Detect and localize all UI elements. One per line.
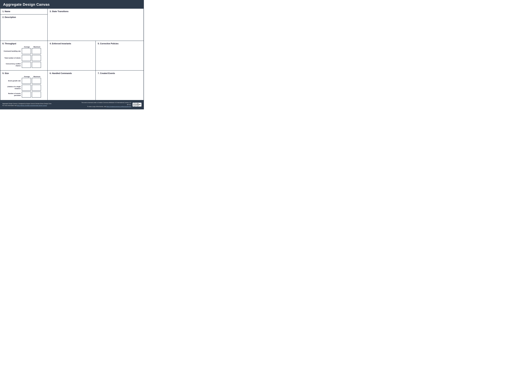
name-label: 1. Name [2,10,10,13]
size-avg-header: Average [22,76,32,77]
description-label: 2. Description [2,16,16,18]
canvas-wrapper: Aggregate Design Canvas 1. Name 2. Descr… [0,0,144,109]
size-table-header: Average Maximum [22,76,45,77]
handled-commands-cell: 6. Handled Commands [48,70,96,100]
by-label: BY [139,104,141,106]
size-row-1-avg-input[interactable] [22,78,31,84]
size-row-2-max-input[interactable] [32,85,41,91]
top-section: 1. Name 2. Description 3. State Transiti… [0,9,144,41]
middle-section: 8. Throughput Average Maximum Command ha… [0,41,144,70]
enforced-invariants-cell: 4. Enforced Invariants [48,41,96,70]
canvas-header: Aggregate Design Canvas [0,0,144,9]
footer-right-line2: To view a copy of the license, visit [87,106,106,107]
size-row-1-label: Event growth rate [2,80,22,82]
size-row-3: Number of events persisted [2,92,45,98]
footer-right-text: This work is licensed under a Creative C… [80,102,131,108]
throughput-row-1-label: Command handling rate [2,50,22,52]
description-cell: 2. Description [0,14,47,41]
size-row-1-max-input[interactable] [32,78,41,84]
size-row-2-avg-input[interactable] [22,85,31,91]
throughput-row-3: Concurrency conflict chance [2,62,45,68]
state-transitions-cell: 3. State Transitions [48,9,144,41]
size-row-2-label: Lifetime of a single instance [2,86,22,90]
size-row-3-max-input[interactable] [32,92,41,98]
corrective-policies-label: 5. Corrective Policies [98,42,119,45]
size-row-3-label: Number of events persisted [2,93,22,97]
footer-left-line1: Aggregate Design Canvas v1 designed by K… [2,103,52,104]
bottom-section: 9. Size Average Maximum Event growth rat… [0,70,144,100]
throughput-row-2-avg-input[interactable] [22,55,31,61]
footer-left: Aggregate Design Canvas v1 designed by K… [2,103,52,107]
enforced-invariants-label: 4. Enforced Invariants [50,42,71,45]
canvas-title: Aggregate Design Canvas [3,2,141,7]
name-cell: 1. Name [0,9,47,14]
throughput-cell: 8. Throughput Average Maximum Command ha… [0,41,48,70]
throughput-label: 8. Throughput [2,42,16,45]
size-table: Average Maximum Event growth rate Lifeti… [2,76,45,98]
cc-badge: cc Ⓒ BY [133,103,141,107]
handled-commands-label: 6. Handled Commands [50,72,72,75]
size-max-header: Maximum [32,76,42,77]
throughput-row-1-max-input[interactable] [32,48,41,54]
size-row-3-avg-input[interactable] [22,92,31,98]
throughput-row-3-max-input[interactable] [32,62,41,68]
throughput-row-2-max-input[interactable] [32,55,41,61]
footer-right: This work is licensed under a Creative C… [80,102,141,108]
created-events-label: 7. Created Events [98,72,115,75]
state-transitions-label: 3. State Transitions [50,10,69,13]
by-icon: Ⓒ [136,103,139,106]
footer-github-link[interactable]: https://github.com/ddd-crew/aggregate-de… [17,105,47,106]
name-desc-column: 1. Name 2. Description [0,9,48,41]
created-events-cell: 7. Created Events [96,70,144,100]
footer-right-line1: This work is licensed under a Creative C… [81,102,131,105]
throughput-row-2: Total number of clients [2,55,45,61]
footer-left-line2: For more information visit [2,105,17,106]
throughput-row-1: Command handling rate [2,48,45,54]
corrective-policies-cell: 5. Corrective Policies [96,41,144,70]
throughput-row-3-avg-input[interactable] [22,62,31,68]
cc-icon: cc [133,103,136,106]
throughput-avg-header: Average [22,46,32,48]
size-label: 9. Size [2,72,9,75]
footer-cc-link[interactable]: https://creativecommons.org/licenses/by/… [106,106,131,107]
size-row-1: Event growth rate [2,78,45,84]
size-row-2: Lifetime of a single instance [2,85,45,91]
throughput-table-header: Average Maximum [22,46,45,48]
throughput-row-2-label: Total number of clients [2,57,22,59]
size-cell: 9. Size Average Maximum Event growth rat… [0,70,48,100]
throughput-max-header: Maximum [32,46,42,48]
throughput-row-3-label: Concurrency conflict chance [2,63,22,67]
throughput-table: Average Maximum Command handling rate To… [2,46,45,68]
canvas-footer: Aggregate Design Canvas v1 designed by K… [0,100,144,109]
throughput-row-1-avg-input[interactable] [22,48,31,54]
